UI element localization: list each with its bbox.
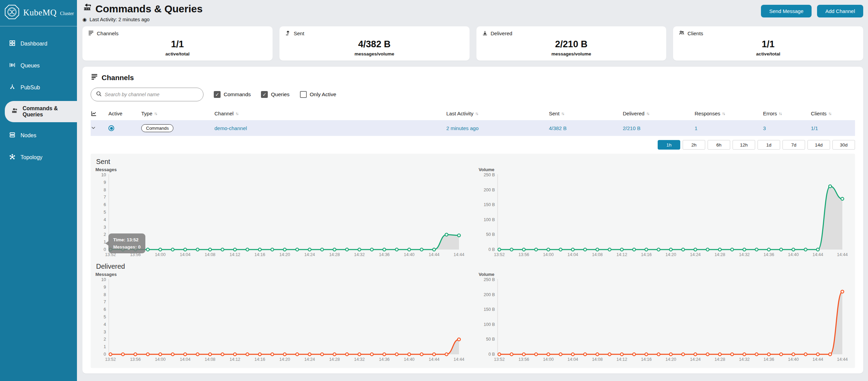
queues-icon: [9, 62, 16, 70]
svg-text:0 B: 0 B: [488, 247, 495, 252]
sidebar-item-topology[interactable]: Topology: [0, 149, 77, 166]
sidebar-item-label: Nodes: [21, 132, 36, 139]
col-responses[interactable]: Responses ↑↓: [695, 111, 763, 116]
only-active-checkbox[interactable]: [300, 91, 307, 98]
channels-table: Active Type ↑↓ Channel ↑↓ Last Activity …: [91, 107, 855, 136]
svg-text:14:44: 14:44: [453, 252, 464, 257]
col-channel[interactable]: Channel ↑↓: [214, 111, 446, 116]
upload-icon: [285, 30, 291, 37]
commands-queries-icon: [11, 107, 18, 116]
stat-sub: active/total: [88, 51, 267, 56]
sidebar-item-dashboard[interactable]: Dashboard: [0, 35, 77, 52]
svg-text:13:52: 13:52: [105, 357, 116, 362]
expand-row-button[interactable]: [91, 125, 108, 131]
svg-text:6: 6: [104, 202, 106, 207]
range-6h[interactable]: 6h: [708, 140, 730, 150]
send-message-button[interactable]: Send Message: [761, 5, 812, 17]
sidebar-item-queues[interactable]: Queues: [0, 57, 77, 74]
range-14d[interactable]: 14d: [807, 140, 830, 150]
queries-checkbox[interactable]: ✓: [261, 91, 268, 98]
channels-panel-title: Channels: [91, 73, 855, 82]
range-12h[interactable]: 12h: [733, 140, 755, 150]
svg-text:14:36: 14:36: [763, 252, 774, 257]
col-active[interactable]: Active: [108, 111, 141, 116]
stat-card-clients: Clients 1/1 active/total: [673, 26, 863, 61]
search-box[interactable]: [91, 88, 203, 101]
kubemq-logo-icon: [4, 4, 20, 21]
sort-icon: ↑↓: [779, 111, 781, 116]
brand-suffix: Cluster: [60, 11, 74, 16]
svg-text:14:44: 14:44: [837, 252, 847, 257]
col-last-activity[interactable]: Last Activity ↑↓: [446, 111, 549, 116]
sort-icon: ↑↓: [646, 111, 649, 116]
search-input[interactable]: [105, 92, 198, 97]
stat-value: 4/382 B: [285, 39, 464, 50]
channel-link[interactable]: demo-channel: [214, 125, 247, 131]
svg-text:14:16: 14:16: [641, 252, 652, 257]
filter-only-active[interactable]: Only Active: [300, 91, 337, 98]
sidebar-item-label: Commands & Queries: [23, 105, 74, 118]
svg-text:100 B: 100 B: [484, 322, 495, 327]
range-7d[interactable]: 7d: [782, 140, 805, 150]
svg-text:14:40: 14:40: [404, 357, 415, 362]
stat-sub: active/total: [679, 51, 858, 56]
svg-text:7: 7: [104, 195, 106, 200]
cell-sent: 4/382 B: [549, 125, 623, 131]
svg-text:14:32: 14:32: [354, 252, 365, 257]
svg-text:14:44: 14:44: [812, 252, 823, 257]
commands-queries-icon: [82, 3, 92, 15]
svg-text:4: 4: [104, 217, 106, 222]
svg-text:14:12: 14:12: [616, 252, 627, 257]
col-sent[interactable]: Sent ↑↓: [549, 111, 623, 116]
col-delivered[interactable]: Delivered ↑↓: [623, 111, 695, 116]
nodes-icon: [9, 131, 16, 140]
svg-text:8: 8: [104, 292, 106, 297]
svg-text:14:32: 14:32: [354, 357, 365, 362]
range-1h[interactable]: 1h: [658, 140, 680, 150]
sidebar-item-commands-queries[interactable]: Commands & Queries: [5, 101, 77, 122]
svg-text:14:44: 14:44: [429, 357, 439, 362]
add-channel-button[interactable]: Add Channel: [817, 5, 863, 17]
svg-text:14:40: 14:40: [788, 252, 799, 257]
stat-value: 2/210 B: [482, 39, 661, 50]
filter-commands[interactable]: ✓ Commands: [214, 91, 251, 98]
svg-text:13:56: 13:56: [518, 252, 529, 257]
svg-text:14:04: 14:04: [567, 252, 578, 257]
commands-checkbox[interactable]: ✓: [214, 91, 221, 98]
cell-errors: 3: [763, 125, 811, 131]
stats-row: Channels 1/1 active/total Sent 4/382 B m…: [82, 26, 863, 61]
sidebar-item-nodes[interactable]: Nodes: [0, 127, 77, 144]
sidebar-item-pubsub[interactable]: PubSub: [0, 79, 77, 96]
svg-text:14:04: 14:04: [180, 357, 190, 362]
svg-text:50 B: 50 B: [486, 232, 495, 237]
range-2h[interactable]: 2h: [683, 140, 705, 150]
delivered-charts-section: Delivered Messages 01234567891013:5213:5…: [94, 263, 852, 365]
table-row[interactable]: Commands demo-channel 2 minutes ago 4/38…: [91, 120, 855, 136]
svg-text:14:44: 14:44: [837, 357, 847, 362]
dashboard-icon: [9, 40, 16, 48]
svg-text:13:56: 13:56: [518, 357, 529, 362]
col-errors[interactable]: Errors ↑↓: [763, 111, 811, 116]
svg-text:4: 4: [104, 322, 106, 327]
col-type[interactable]: Type ↑↓: [141, 111, 214, 116]
svg-text:8: 8: [104, 188, 106, 192]
sort-icon: ↑↓: [828, 111, 831, 116]
sidebar-nav: Dashboard Queues PubSub: [0, 35, 77, 166]
svg-text:14:16: 14:16: [254, 252, 265, 257]
svg-text:14:12: 14:12: [616, 357, 627, 362]
sent-section-title: Sent: [96, 158, 852, 166]
range-1d[interactable]: 1d: [758, 140, 780, 150]
svg-text:14:00: 14:00: [543, 252, 553, 257]
cell-responses: 1: [695, 125, 763, 131]
svg-text:14:24: 14:24: [304, 357, 315, 362]
col-clients[interactable]: Clients ↑↓: [811, 111, 855, 116]
svg-text:14:40: 14:40: [404, 252, 415, 257]
charts-area: Sent Messages 01234567891013:5213:5614:0…: [91, 154, 855, 368]
svg-text:9: 9: [104, 180, 106, 185]
range-30d[interactable]: 30d: [832, 140, 855, 150]
svg-text:14:20: 14:20: [665, 252, 676, 257]
svg-text:14:16: 14:16: [641, 357, 652, 362]
topbar: Commands & Queries ◉ Last Activity: 2 mi…: [82, 3, 863, 22]
cell-clients: 1/1: [811, 125, 855, 131]
filter-queries[interactable]: ✓ Queries: [261, 91, 289, 98]
